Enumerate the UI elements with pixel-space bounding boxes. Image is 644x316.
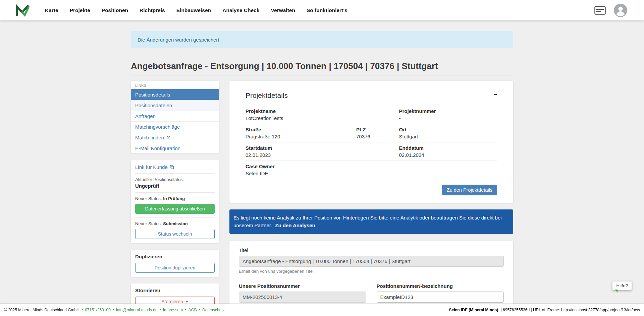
footer-datenschutz-link[interactable]: Datenschutz (202, 308, 225, 312)
saved-alert-text: Die Änderungen wurden gespeichert (138, 37, 219, 43)
field-label: Ort (399, 127, 497, 132)
cancel-button-label: Stornieren (161, 299, 183, 304)
saved-alert: Die Änderungen wurden gespeichert (131, 31, 513, 48)
banner-analyses-link[interactable]: Zu den Analysen (275, 223, 315, 228)
nav-item-richtpreis[interactable]: Richtpreis (140, 7, 165, 13)
field-value: 02.01.2024 (399, 152, 497, 158)
footer: © 2025 Mineral Minds Deutschland GmbH • … (0, 304, 644, 316)
field-label: Startdatum (246, 145, 399, 151)
footer-phone-link[interactable]: 07151/250100 (85, 308, 111, 312)
collapse-button[interactable]: − (493, 91, 497, 98)
sidebar-item-positionsdetails[interactable]: Positionsdetails (131, 89, 219, 100)
nav-item-verwalten[interactable]: Verwalten (271, 7, 295, 13)
caret-down-icon (185, 301, 189, 303)
sidebar-item-label: Positionsdateien (135, 103, 172, 108)
sidebar-item-match-finden[interactable]: Match finden (131, 132, 219, 143)
new-status-line: Neuer Status: Submission (135, 221, 215, 226)
title-help: Erhält den von uns vorgegebenen Titel. (239, 269, 504, 274)
current-status-value: Ungeprüft (135, 183, 215, 189)
new-status-label: Neuer Status: (135, 221, 162, 226)
position-number-input[interactable] (377, 292, 504, 303)
external-link-icon (166, 136, 170, 140)
top-navbar: Karte Projekte Positionen Richtpreis Ein… (0, 0, 644, 20)
page-content: Die Änderungen wurden gespeichert Angebo… (0, 0, 644, 316)
sidebar-item-label: E-Mail Konfiguration (135, 145, 180, 151)
project-row: Case Owner Selen IDE (246, 161, 497, 179)
sidebar: LINKS Positionsdetails Positionsdateien … (131, 81, 219, 311)
footer-separator: • (199, 308, 200, 312)
our-position-number-label: Unsere Positionsnummer (239, 283, 366, 289)
help-button[interactable]: Hilfe? (612, 281, 632, 290)
footer-session-info: Selen IDE (Mineral Minds) | 69576255536d… (449, 308, 640, 312)
brand-logo-icon[interactable] (15, 4, 30, 17)
field-value: - (399, 115, 497, 121)
field-value: 70376 (356, 134, 399, 139)
sidebar-links-card: LINKS Positionsdetails Positionsdateien … (131, 81, 219, 153)
title-label: Titel (239, 247, 504, 253)
sidebar-links-header: LINKS (131, 81, 219, 89)
main-column: Projektdetails − Projektname LotCreation… (229, 81, 513, 316)
main-nav: Karte Projekte Positionen Richtpreis Ein… (45, 7, 347, 13)
project-row: Straße Pragstraße 120 PLZ 70376 Ort Stut… (246, 124, 497, 142)
footer-copyright: © 2025 Mineral Minds Deutschland GmbH (4, 308, 79, 312)
project-details-button[interactable]: Zu den Projektdetails (442, 185, 497, 195)
field-label: Projektnummer (399, 108, 497, 114)
sidebar-item-label: Matchingvorschläge (135, 124, 180, 130)
field-label: Enddatum (399, 145, 497, 151)
card-reader-icon[interactable] (594, 6, 606, 15)
footer-separator: • (185, 308, 186, 312)
our-position-number-input (239, 292, 366, 303)
footer-separator: • (82, 308, 83, 312)
complete-data-entry-button[interactable]: Datenerfassung abschließen (135, 204, 215, 214)
sidebar-item-matchingvorschlaege[interactable]: Matchingvorschläge (131, 121, 219, 132)
footer-links: © 2025 Mineral Minds Deutschland GmbH • … (4, 308, 225, 312)
footer-agb-link[interactable]: AGB (188, 308, 197, 312)
current-status-label: Aktueller Positionsstatus: (135, 177, 215, 182)
field-value: 02.01.2023 (246, 152, 399, 158)
footer-user: Selen IDE (Mineral Minds) (449, 308, 498, 312)
nav-item-karte[interactable]: Karte (45, 7, 58, 13)
footer-separator: • (113, 308, 114, 312)
sidebar-item-label: Positionsdetails (135, 92, 170, 98)
duplicate-heading: Duplizieren (135, 254, 215, 259)
nav-item-positionen[interactable]: Positionen (102, 7, 128, 13)
customer-link[interactable]: Link für Kunde (135, 164, 215, 174)
analytics-banner: Es liegt noch keine Analytik zu Ihrer Po… (229, 209, 513, 234)
field-value: Pragstraße 120 (246, 134, 356, 139)
nav-item-so-funktionierts[interactable]: So funktioniert's (307, 7, 347, 13)
project-row: Startdatum 02.01.2023 Enddatum 02.01.202… (246, 142, 497, 161)
field-value: Selen IDE (246, 171, 497, 176)
duplicate-position-button[interactable]: Position duplizieren (135, 263, 215, 273)
copy-icon (170, 165, 174, 169)
title-input (239, 256, 504, 267)
navbar-right (594, 4, 627, 17)
footer-separator: • (160, 308, 161, 312)
footer-impressum-link[interactable]: Impressum (163, 308, 183, 312)
field-label: Projektname (246, 108, 399, 114)
sidebar-item-anfragen[interactable]: Anfragen (131, 111, 219, 121)
field-label: Case Owner (246, 164, 497, 169)
footer-meta: | 69576255536d | URL of iFrame: http://l… (501, 308, 640, 312)
new-status-label: Neuer Status: (135, 196, 162, 201)
nav-item-einbauweisen[interactable]: Einbauweisen (176, 7, 211, 13)
sidebar-item-positionsdateien[interactable]: Positionsdateien (131, 100, 219, 111)
page-title: Angebotsanfrage - Entsorgung | 10.000 To… (131, 61, 513, 75)
nav-item-analyse-check[interactable]: Analyse Check (222, 7, 259, 13)
new-status-value: In Prüfung (163, 196, 185, 201)
nav-item-projekte[interactable]: Projekte (70, 7, 90, 13)
sidebar-item-label: Anfragen (135, 113, 156, 119)
sidebar-item-label: Match finden (135, 135, 164, 140)
field-label: PLZ (356, 127, 399, 132)
field-value: Stuttgart (399, 134, 497, 139)
project-row: Projektname LotCreationTests Projektnumm… (246, 106, 497, 124)
status-card: Link für Kunde Aktueller Positionsstatus… (131, 160, 219, 243)
project-details-title: Projektdetails (246, 91, 497, 100)
sidebar-item-email-konfiguration[interactable]: E-Mail Konfiguration (131, 143, 219, 153)
customer-link-label: Link für Kunde (135, 164, 168, 170)
switch-status-button[interactable]: Status wechseln (135, 229, 215, 239)
user-avatar-icon[interactable] (614, 4, 627, 17)
footer-email-link[interactable]: info@mineral-minds.de (116, 308, 158, 312)
new-status-line: Neuer Status: In Prüfung (135, 196, 215, 201)
field-value: LotCreationTests (246, 115, 399, 121)
duplicate-card: Duplizieren Position duplizieren (131, 250, 219, 277)
